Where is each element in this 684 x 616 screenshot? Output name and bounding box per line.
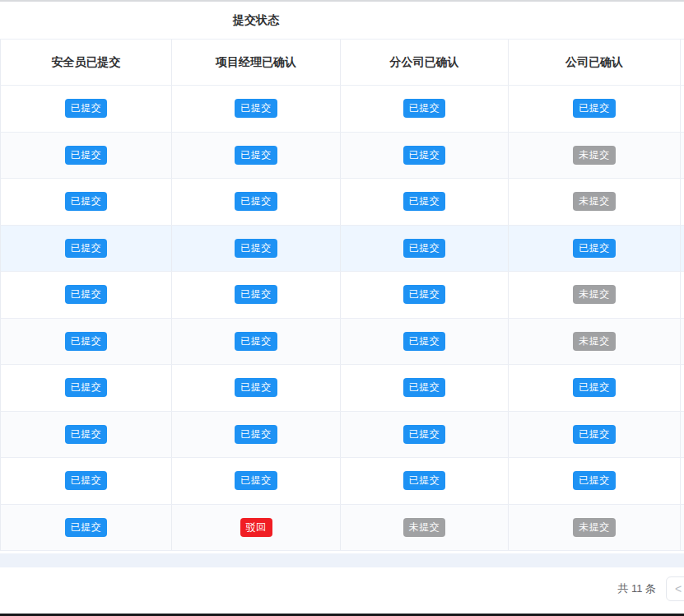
status-cell: 已提交	[1, 133, 172, 179]
status-badge-not-submitted: 未提交	[403, 518, 446, 537]
table-row: 已提交已提交已提交未提交	[0, 319, 684, 366]
status-cell: 已提交	[341, 365, 509, 411]
status-badge-submitted: 已提交	[235, 378, 277, 397]
status-cell: 已提交	[1, 365, 172, 411]
status-cell: 已提交	[1, 86, 172, 132]
table-row: 已提交驳回未提交未提交	[0, 505, 684, 552]
status-badge-submitted: 已提交	[573, 99, 616, 118]
status-badge-submitted: 已提交	[65, 471, 108, 490]
pagination-prev-button[interactable]: <	[666, 576, 684, 601]
status-cell: 已提交	[172, 319, 341, 365]
status-cell: 已提交	[341, 412, 509, 458]
status-cell: 已提交	[509, 412, 681, 458]
status-badge-submitted: 已提交	[403, 285, 446, 304]
status-badge-submitted: 已提交	[573, 425, 616, 444]
table-body: 已提交已提交已提交已提交已提交已提交已提交未提交已提交已提交已提交未提交已提交已…	[0, 86, 684, 551]
status-cell: 已提交	[1, 412, 172, 458]
status-badge-submitted: 已提交	[235, 425, 277, 444]
status-badge-submitted: 已提交	[65, 332, 108, 351]
status-badge-not-submitted: 未提交	[573, 146, 616, 165]
table-row: 已提交已提交已提交已提交	[0, 86, 684, 133]
status-badge-submitted: 已提交	[235, 285, 277, 304]
status-badge-submitted: 已提交	[403, 425, 446, 444]
cropped-next-column	[681, 226, 684, 272]
cropped-next-column	[681, 133, 684, 179]
table-row: 已提交已提交已提交已提交	[0, 226, 684, 273]
status-cell: 已提交	[172, 133, 341, 179]
status-badge-submitted: 已提交	[235, 99, 277, 118]
table-row: 已提交已提交已提交已提交	[0, 458, 684, 505]
status-cell: 已提交	[172, 458, 341, 504]
status-cell: 已提交	[1, 226, 172, 272]
column-header-company: 公司已确认	[509, 40, 681, 85]
cropped-next-column	[681, 458, 684, 504]
status-badge-submitted: 已提交	[65, 99, 108, 118]
status-cell: 未提交	[509, 272, 681, 318]
table-footer-strip	[0, 553, 684, 567]
cropped-next-column	[681, 179, 684, 225]
status-badge-submitted: 已提交	[65, 192, 108, 211]
status-cell: 已提交	[341, 133, 509, 179]
status-cell: 已提交	[1, 458, 172, 504]
status-cell: 已提交	[172, 86, 341, 132]
status-badge-submitted: 已提交	[235, 332, 277, 351]
status-cell: 已提交	[172, 412, 341, 458]
column-header-branch-company: 分公司已确认	[341, 40, 509, 85]
status-cell: 已提交	[341, 226, 509, 272]
table-header-row: 安全员已提交 项目经理已确认 分公司已确认 公司已确认	[0, 40, 684, 86]
status-cell: 未提交	[509, 133, 681, 179]
status-cell: 已提交	[172, 179, 341, 225]
status-cell: 已提交	[1, 179, 172, 225]
table-row: 已提交已提交已提交已提交	[0, 365, 684, 412]
status-badge-not-submitted: 未提交	[573, 332, 616, 351]
table-row: 已提交已提交已提交未提交	[0, 133, 684, 180]
status-badge-rejected: 驳回	[240, 518, 272, 537]
cropped-next-column	[681, 365, 684, 411]
status-cell: 已提交	[1, 319, 172, 365]
status-badge-submitted: 已提交	[235, 471, 277, 490]
status-badge-submitted: 已提交	[65, 425, 108, 444]
status-badge-submitted: 已提交	[65, 239, 108, 258]
cropped-next-column	[681, 412, 684, 458]
status-cell: 已提交	[341, 458, 509, 504]
status-badge-submitted: 已提交	[403, 146, 446, 165]
status-cell: 驳回	[172, 505, 341, 551]
status-cell: 未提交	[509, 505, 681, 551]
status-badge-submitted: 已提交	[235, 146, 277, 165]
status-badge-submitted: 已提交	[573, 471, 616, 490]
cropped-next-column	[681, 86, 684, 132]
status-badge-submitted: 已提交	[235, 239, 277, 258]
status-cell: 已提交	[341, 272, 509, 318]
status-badge-submitted: 已提交	[65, 518, 108, 537]
chevron-left-icon: <	[675, 583, 682, 595]
cropped-next-column	[681, 505, 684, 551]
cropped-next-column	[681, 40, 684, 85]
status-cell: 已提交	[1, 272, 172, 318]
cropped-next-column	[681, 272, 684, 318]
status-cell: 已提交	[172, 226, 341, 272]
status-badge-submitted: 已提交	[235, 192, 277, 211]
status-cell: 已提交	[509, 86, 681, 132]
status-cell: 已提交	[172, 365, 341, 411]
status-cell: 已提交	[172, 272, 341, 318]
status-cell: 已提交	[341, 319, 509, 365]
total-count-label: 共 11 条	[617, 581, 656, 596]
table-row: 已提交已提交已提交未提交	[0, 272, 684, 319]
status-badge-submitted: 已提交	[403, 332, 446, 351]
status-cell: 已提交	[1, 505, 172, 551]
status-badge-submitted: 已提交	[573, 239, 616, 258]
status-badge-not-submitted: 未提交	[573, 285, 616, 304]
group-header-title: 提交状态	[0, 13, 512, 28]
status-cell: 未提交	[509, 179, 681, 225]
status-cell: 未提交	[509, 319, 681, 365]
status-badge-submitted: 已提交	[403, 471, 446, 490]
status-badge-submitted: 已提交	[403, 239, 446, 258]
pagination-bar: 共 11 条 <	[0, 567, 684, 610]
status-cell: 已提交	[509, 458, 681, 504]
status-badge-submitted: 已提交	[403, 99, 446, 118]
status-badge-submitted: 已提交	[403, 192, 446, 211]
status-badge-submitted: 已提交	[65, 285, 108, 304]
status-cell: 已提交	[509, 365, 681, 411]
status-cell: 已提交	[341, 86, 509, 132]
status-badge-not-submitted: 未提交	[573, 192, 616, 211]
